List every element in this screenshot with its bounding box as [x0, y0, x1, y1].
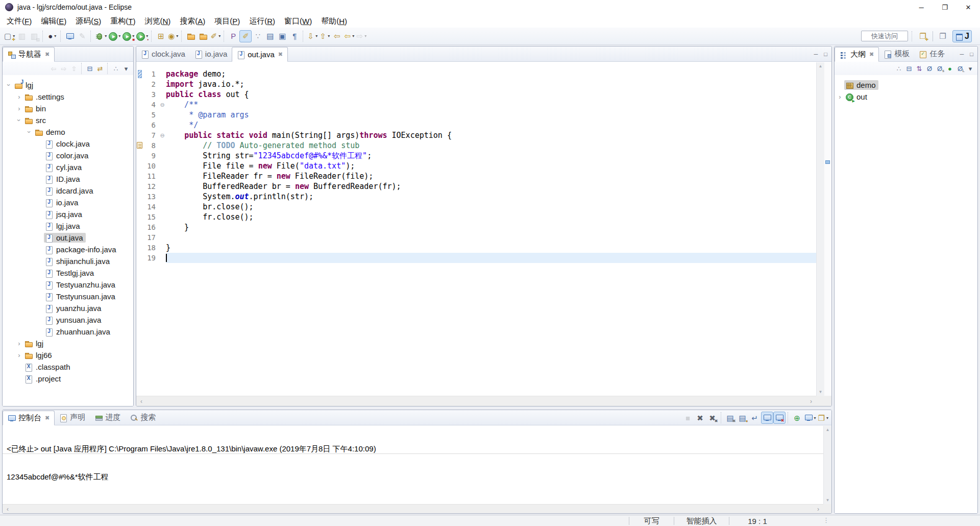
- minimize-button[interactable]: ─: [814, 51, 818, 57]
- task-marker-icon[interactable]: [137, 142, 142, 149]
- menu-item-n[interactable]: 浏览(N): [140, 14, 175, 28]
- close-button[interactable]: ✕: [957, 0, 980, 14]
- code-text[interactable]: BufferedReader br = new BufferedReader(f…: [166, 181, 816, 192]
- web-browser-dropdown-icon[interactable]: ▾: [54, 34, 56, 38]
- open-folder-button[interactable]: [185, 30, 197, 42]
- annotation-ruler[interactable]: [136, 130, 143, 140]
- tree-item-lgj[interactable]: ›lgj: [3, 338, 133, 349]
- close-icon[interactable]: ✖: [45, 415, 50, 421]
- scroll-left-icon[interactable]: ‹: [7, 506, 9, 513]
- menu-item-f[interactable]: 文件(F): [2, 14, 36, 28]
- code-line-18[interactable]: 18}: [136, 243, 816, 253]
- annotation-ruler[interactable]: [136, 110, 143, 120]
- menu-item-a[interactable]: 搜索(A): [175, 14, 210, 28]
- code-text[interactable]: import java.io.*;: [166, 79, 816, 89]
- hide-local-types-button[interactable]: ØL: [955, 63, 965, 74]
- expander-icon[interactable]: ›: [15, 93, 23, 101]
- code-text[interactable]: fr.close();: [166, 212, 816, 222]
- overview-annotation-marker[interactable]: [825, 160, 830, 164]
- tab-模板[interactable]: 模板: [879, 46, 914, 61]
- tree-item-settings[interactable]: ›.settings: [3, 91, 133, 103]
- resource-perspective-button[interactable]: ❐: [937, 30, 949, 42]
- annotation-ruler[interactable]: [136, 69, 143, 79]
- code-editor[interactable]: 1package demo;2import java.io.*;3public …: [136, 62, 816, 396]
- debug-dropdown-icon[interactable]: ▾: [105, 34, 107, 38]
- show-stderr-button[interactable]: ✖: [773, 412, 786, 424]
- quick-access-box[interactable]: 快速访问: [861, 31, 908, 41]
- plug-in-button[interactable]: P: [227, 30, 239, 42]
- annotation-ruler[interactable]: [136, 171, 143, 181]
- tree-item-lgj66[interactable]: ›lgj66: [3, 349, 133, 361]
- code-line-11[interactable]: 11 FileReader fr = new FileReader(file);: [136, 171, 816, 181]
- tree-item-out-java[interactable]: out.java: [3, 232, 133, 244]
- show-source-button[interactable]: ▤: [264, 30, 276, 42]
- tab-大纲[interactable]: 大纲✖: [835, 47, 879, 62]
- scroll-right-icon[interactable]: ›: [810, 398, 812, 405]
- close-icon[interactable]: ✖: [278, 51, 283, 58]
- link-with-editor-button[interactable]: ⇄: [95, 63, 105, 74]
- new-class-button[interactable]: ◉▾: [167, 30, 179, 42]
- console-view-button[interactable]: [64, 30, 76, 42]
- code-line-3[interactable]: 3public class out {: [136, 89, 816, 100]
- collapse-all-button[interactable]: ⊟: [85, 63, 95, 74]
- code-text[interactable]: }: [166, 243, 816, 253]
- code-line-1[interactable]: 1package demo;: [136, 69, 816, 79]
- code-text[interactable]: br.close();: [166, 202, 816, 212]
- expander-icon[interactable]: ›: [15, 105, 23, 112]
- code-text[interactable]: [166, 253, 816, 263]
- scroll-up-icon[interactable]: ▲: [826, 427, 830, 432]
- menu-item-t[interactable]: 重构(T): [106, 14, 140, 28]
- editor-tab-clock-java[interactable]: clock.java: [136, 46, 190, 61]
- code-text[interactable]: // TODO Auto-generated method stub: [166, 140, 816, 151]
- annotation-ruler[interactable]: [136, 243, 143, 253]
- tab-任务[interactable]: 任务: [914, 46, 949, 61]
- annotation-ruler[interactable]: [136, 253, 143, 263]
- view-menu-button[interactable]: ▾: [121, 63, 131, 74]
- annotation-ruler[interactable]: [136, 89, 143, 100]
- annotation-ruler[interactable]: [136, 222, 143, 232]
- scroll-lock-button[interactable]: ▤●: [737, 412, 749, 424]
- remove-all-terminated-button[interactable]: ✖✖: [706, 412, 719, 424]
- clear-console-button[interactable]: ▤✖: [724, 412, 737, 424]
- console-text-area[interactable]: <已终止> out [Java 应用程序] C:\Program Files\J…: [3, 426, 823, 504]
- forward-dropdown-icon[interactable]: ▾: [364, 34, 366, 38]
- tab-控制台[interactable]: 控制台✖: [3, 411, 55, 425]
- pin-console-button[interactable]: ⊕: [791, 412, 803, 424]
- editor-tab-io-java[interactable]: io.java: [190, 46, 232, 61]
- menu-item-e[interactable]: 编辑(E): [36, 14, 71, 28]
- code-line-13[interactable]: 13 System.out.println(str);: [136, 192, 816, 202]
- tree-item-zhuanhuan-java[interactable]: zhuanhuan.java: [3, 326, 133, 338]
- code-text[interactable]: public static void main(String[] args)th…: [166, 130, 816, 140]
- maximize-button[interactable]: ❐: [933, 0, 957, 14]
- tree-item-bin[interactable]: ›bin: [3, 103, 133, 114]
- annotation-ruler[interactable]: [136, 120, 143, 130]
- code-line-8[interactable]: 8 // TODO Auto-generated method stub: [136, 140, 816, 151]
- scroll-right-icon[interactable]: ›: [817, 506, 819, 513]
- spray-button[interactable]: ∵: [252, 30, 264, 42]
- tree-item-idcard-java[interactable]: idcard.java: [3, 185, 133, 197]
- annotation-ruler[interactable]: [136, 192, 143, 202]
- tree-item-src[interactable]: ›src: [3, 114, 133, 126]
- filters-button[interactable]: ∴: [111, 63, 121, 74]
- hide-static-members-button[interactable]: Øs: [935, 63, 945, 74]
- back-button[interactable]: ⇦▾: [343, 30, 355, 42]
- profile-button[interactable]: ▪▾: [135, 30, 149, 42]
- code-line-7[interactable]: 7⊖ public static void main(String[] args…: [136, 130, 816, 140]
- tree-item-color-java[interactable]: color.java: [3, 150, 133, 161]
- tree-item-lgj-java[interactable]: lgj.java: [3, 220, 133, 232]
- tree-item-yuanzhu-java[interactable]: yuanzhu.java: [3, 302, 133, 314]
- next-annotation-dropdown-icon[interactable]: ▾: [315, 34, 317, 38]
- console-vertical-scrollbar[interactable]: ▲ ▼: [823, 426, 831, 504]
- display-console-dropdown-icon[interactable]: ▾: [814, 416, 816, 420]
- tree-item-demo[interactable]: ›demo: [3, 126, 133, 138]
- minimize-button[interactable]: ─: [960, 51, 964, 57]
- external-tools-dropdown-icon[interactable]: ▾: [218, 34, 220, 38]
- code-text[interactable]: [166, 232, 816, 243]
- hide-non-public-members-button[interactable]: ●: [945, 63, 955, 74]
- previous-annotation-button[interactable]: ⇧▾: [318, 30, 331, 42]
- code-line-19[interactable]: 19: [136, 253, 816, 263]
- scroll-down-icon[interactable]: ▼: [819, 390, 823, 394]
- tree-item-package-info-java[interactable]: package-info.java: [3, 244, 133, 255]
- code-line-17[interactable]: 17: [136, 232, 816, 243]
- external-tools-button[interactable]: ✐▾: [209, 30, 222, 42]
